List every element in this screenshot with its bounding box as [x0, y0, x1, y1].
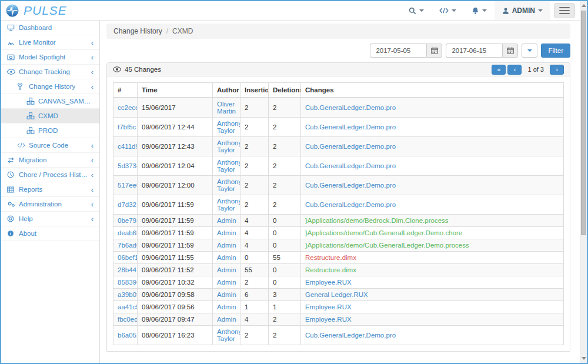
date-from-input[interactable] — [370, 44, 426, 58]
sidebar-item-prod[interactable]: PROD — [1, 123, 99, 138]
menu-toggle-button[interactable] — [554, 3, 575, 18]
sidebar-item-about[interactable]: About — [1, 226, 99, 241]
commit-hash-link[interactable]: aa41c5 — [118, 303, 138, 310]
commit-hash-link[interactable]: 28b441 — [118, 266, 138, 273]
sidebar-item-model-spotlight[interactable]: Model Spotlight ‹ — [1, 50, 99, 65]
time-cell: 09/06/2017 12:43 — [138, 137, 213, 156]
changes-panel: 45 Changes « ‹ 1 of 3 › # Time Author In… — [106, 62, 570, 352]
sidebar-item-reports[interactable]: Reports ‹ — [1, 182, 99, 197]
author-link[interactable]: Anthony Taylor — [217, 159, 240, 173]
date-to-input[interactable] — [446, 44, 502, 58]
commit-hash-link[interactable]: c411d9 — [118, 143, 138, 150]
commit-hash-link[interactable]: 5d373e — [118, 162, 138, 169]
author-link[interactable]: Admin — [217, 242, 236, 249]
time-cell: 09/06/2017 11:55 — [138, 252, 213, 264]
author-link[interactable]: Admin — [217, 217, 236, 224]
scroll-down-arrow-icon[interactable] — [582, 357, 586, 360]
brand-logo[interactable]: PULSE — [1, 4, 100, 18]
author-link[interactable]: Admin — [217, 316, 236, 323]
bell-icon — [472, 6, 479, 15]
changes-link[interactable]: Employee.RUX — [305, 303, 352, 310]
commit-hash-link[interactable]: fbc0ed — [118, 316, 138, 323]
changes-link[interactable]: }Applications/demo/Bedrock.Dim.Clone.pro… — [305, 217, 449, 224]
scrollbar-thumb[interactable] — [581, 11, 586, 235]
author-link[interactable]: Admin — [217, 291, 236, 298]
author-link[interactable]: Anthony Taylor — [217, 120, 240, 134]
source-code-menu[interactable] — [432, 1, 464, 20]
sidebar-item-help[interactable]: Help ‹ — [1, 212, 99, 226]
col-insertions: Insertions — [240, 83, 269, 98]
commit-hash-link[interactable]: f7bf5c — [118, 123, 136, 131]
chevron-left-icon: ‹ — [89, 215, 93, 223]
changes-link[interactable]: }Applications/demo/Cub.GeneralLedger.Dem… — [305, 242, 469, 249]
changes-link[interactable]: Employee.RUX — [305, 316, 352, 323]
scroll-up-arrow-icon[interactable] — [582, 4, 586, 7]
author-link[interactable]: Admin — [217, 266, 236, 273]
breadcrumb: Change History/CXMD — [106, 24, 570, 39]
table-row: 7b6ad6 09/06/2017 11:59 Admin 4 0 }Appli… — [113, 239, 564, 252]
commit-hash-link[interactable]: deab6b — [118, 229, 138, 236]
changes-link[interactable]: Cub.GeneralLedger.Demo.pro — [305, 143, 396, 150]
sidebar-item-administration[interactable]: Administration ‹ — [1, 197, 99, 212]
deletions-cell: 0 — [269, 239, 301, 252]
sidebar-item-dashboard[interactable]: Dashboard — [1, 21, 99, 35]
commit-hash-link[interactable]: 858396 — [118, 279, 138, 286]
commit-hash-link[interactable]: 517ee0 — [118, 182, 138, 189]
chevron-left-icon: ‹ — [89, 68, 93, 76]
user-menu[interactable]: ADMIN — [495, 1, 550, 20]
sidebar-item-migration[interactable]: Migration ‹ — [1, 153, 99, 168]
changes-link[interactable]: Restructure.dimx — [305, 266, 356, 273]
changes-link[interactable]: General Ledger.RUX — [305, 291, 368, 298]
date-preset-dropdown-button[interactable] — [522, 44, 537, 58]
author-link[interactable]: Anthony Taylor — [217, 178, 240, 192]
changes-link[interactable]: Cub.GeneralLedger.Demo.pro — [305, 182, 396, 189]
changes-link[interactable]: Cub.GeneralLedger.Demo.pro — [305, 332, 396, 339]
author-link[interactable]: Oliver Martin — [217, 101, 236, 115]
time-cell: 09/06/2017 09:58 — [138, 289, 213, 301]
author-link[interactable]: Anthony Taylor — [217, 139, 240, 153]
sidebar-item-change-history[interactable]: Change History ‹ — [1, 79, 99, 94]
commit-hash-link[interactable]: 0be793 — [118, 217, 138, 224]
commit-hash-link[interactable]: a39b0f — [118, 291, 138, 298]
commit-hash-link[interactable]: 06bef1 — [118, 254, 138, 261]
filter-button[interactable]: Filter — [541, 44, 570, 58]
changes-link[interactable]: }Applications/demo/Cub.GeneralLedger.Dem… — [305, 229, 462, 236]
calendar-icon — [431, 47, 438, 54]
sidebar-item-cxmd[interactable]: CXMD — [1, 109, 99, 123]
author-link[interactable]: Admin — [217, 254, 236, 261]
deletions-cell: 0 — [269, 276, 301, 289]
insertions-cell: 4 — [240, 239, 269, 252]
changes-link[interactable]: Restructure.dimx — [305, 254, 356, 261]
author-link[interactable]: Anthony Taylor — [217, 328, 240, 342]
prev-page-button[interactable]: ‹ — [507, 65, 522, 75]
changes-count: 45 Changes — [113, 66, 161, 73]
vertical-scrollbar[interactable] — [580, 1, 587, 363]
date-to-calendar-button[interactable] — [502, 44, 518, 58]
cubes-icon — [26, 98, 35, 105]
commit-hash-link[interactable]: cc2ece — [118, 104, 138, 111]
changes-link[interactable]: Cub.GeneralLedger.Demo.pro — [305, 201, 396, 208]
sidebar-item-chore-process-history[interactable]: Chore / Process History ‹ — [1, 168, 99, 182]
changes-link[interactable]: Cub.GeneralLedger.Demo.pro — [305, 162, 396, 169]
changes-link[interactable]: Cub.GeneralLedger.Demo.pro — [305, 104, 396, 111]
changes-link[interactable]: Employee.RUX — [305, 279, 352, 286]
first-page-button[interactable]: « — [492, 65, 506, 75]
author-link[interactable]: Admin — [217, 279, 236, 286]
sidebar-item-change-tracking[interactable]: Change Tracking ‹ — [1, 65, 99, 79]
date-from-calendar-button[interactable] — [426, 44, 442, 58]
commit-hash-link[interactable]: d7d321 — [118, 201, 138, 208]
sidebar-item-canvas-sample[interactable]: CANVAS_SAMPLE — [1, 94, 99, 109]
sidebar-item-source-code[interactable]: Source Code ‹ — [1, 138, 99, 153]
notifications-menu[interactable] — [464, 1, 495, 20]
commit-hash-link[interactable]: 7b6ad6 — [118, 242, 138, 249]
search-menu[interactable] — [401, 1, 432, 20]
next-page-button[interactable]: › — [550, 65, 564, 75]
changes-link[interactable]: Cub.GeneralLedger.Demo.pro — [305, 123, 396, 131]
commit-hash-link[interactable]: b6a051 — [118, 332, 138, 339]
author-link[interactable]: Admin — [217, 303, 236, 310]
author-link[interactable]: Anthony Taylor — [217, 198, 240, 212]
breadcrumb-parent[interactable]: Change History — [113, 27, 162, 35]
sidebar-item-live-monitor[interactable]: Live Monitor ‹ — [1, 35, 99, 50]
chevron-down-icon — [538, 9, 543, 12]
author-link[interactable]: Admin — [217, 229, 236, 236]
